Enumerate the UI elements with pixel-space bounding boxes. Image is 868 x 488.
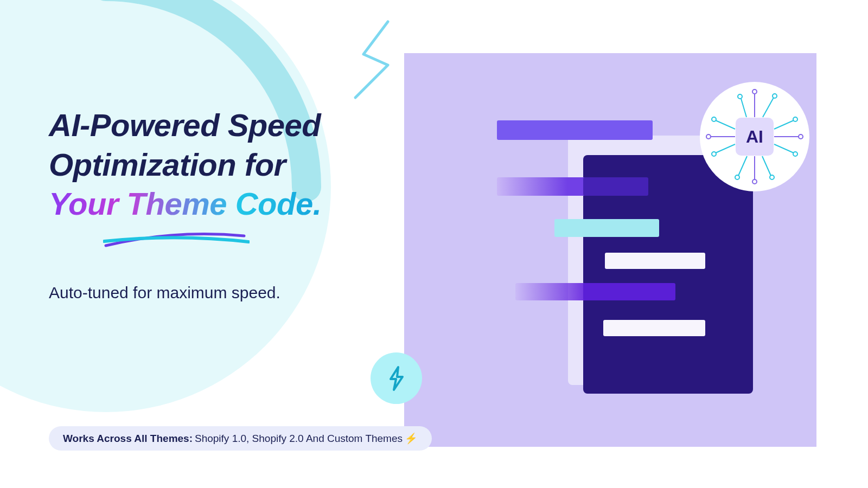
bolt-badge: [371, 352, 422, 404]
svg-point-8: [712, 152, 716, 156]
headline-line-3-gradient: Your Theme Code.: [49, 184, 321, 224]
svg-point-0: [752, 89, 757, 94]
code-bar: [583, 283, 675, 300]
code-bar: [497, 120, 653, 140]
ai-chip-label: AI: [746, 127, 763, 147]
svg-point-10: [793, 117, 797, 121]
headline-line-1: AI-Powered Speed: [49, 106, 385, 145]
headline: AI-Powered Speed Optimization for Your T…: [49, 106, 385, 224]
svg-point-11: [793, 152, 797, 156]
svg-point-9: [799, 134, 803, 139]
hero-content: AI-Powered Speed Optimization for Your T…: [49, 106, 385, 302]
bolt-icon: [386, 365, 407, 391]
lightning-scribble-icon: [347, 19, 401, 100]
svg-point-5: [770, 175, 774, 179]
svg-point-4: [735, 175, 739, 179]
code-bar: [583, 177, 648, 196]
svg-point-1: [738, 94, 742, 99]
svg-point-6: [706, 134, 711, 139]
headline-line-2: Optimization for: [49, 145, 385, 185]
svg-point-3: [752, 179, 757, 184]
underline-swoosh-icon: [103, 228, 250, 250]
pill-rest: Shopify 1.0, Shopify 2.0 And Custom Them…: [195, 433, 403, 445]
svg-point-7: [712, 117, 716, 121]
compatibility-pill: Works Across All Themes: Shopify 1.0, Sh…: [49, 426, 432, 451]
ai-chip-badge: AI: [700, 82, 809, 191]
code-bar: [603, 320, 705, 336]
pill-bold: Works Across All Themes:: [63, 433, 193, 445]
ai-chip: AI: [736, 118, 774, 156]
code-bar: [554, 219, 659, 237]
bolt-emoji-icon: ⚡: [405, 432, 418, 445]
svg-point-2: [773, 94, 777, 98]
code-bar: [605, 253, 705, 269]
subtitle: Auto-tuned for maximum speed.: [49, 284, 385, 302]
